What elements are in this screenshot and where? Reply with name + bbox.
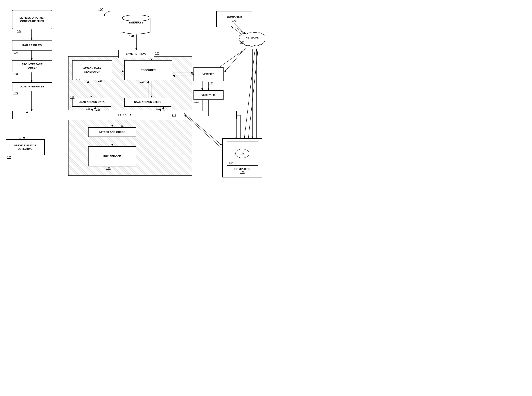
diagram: 100 IDL FILES OR OTHER CONFIGURE FILES 1…: [0, 0, 266, 198]
save-retrieve-label: SAVE/RETRIEVE: [126, 52, 147, 56]
rpc-service-ref: 140: [106, 167, 111, 170]
database-svg: [120, 13, 152, 35]
recorder-ref: 120: [140, 80, 145, 83]
rpc-service-box: RPC SERVICE: [88, 146, 136, 166]
monitor-stand: [77, 79, 80, 80]
service-status-box: SERVICE STATUS DETECTIVE: [6, 139, 45, 155]
attack-and-check-box: ATTACK AND CHECK: [88, 127, 136, 137]
ref-115: 115: [96, 108, 101, 111]
fuzzer-ref: 112: [172, 114, 176, 117]
fuzzer-box: FUZZER 112: [12, 111, 237, 119]
rpc-parser-label: RPC INTERFACE PARSER: [22, 63, 43, 70]
attack-data-gen-ref: 116: [98, 79, 102, 82]
save-attack-steps-label: SAVE ATTACK STEPS: [134, 100, 161, 104]
attack-data-gen-label: ATTACK DATA GENERATOR: [83, 67, 101, 74]
idl-files-box: IDL FILES OR OTHER CONFIGURE FILES: [12, 10, 52, 29]
verify-fix-label: VERIFY FIX: [202, 93, 216, 97]
recorder-box: RECORDER: [124, 60, 172, 80]
computer-150-inner: 152 154: [227, 142, 258, 166]
service-status-ref: 128: [7, 156, 11, 159]
idl-files-ref: 104: [17, 30, 22, 33]
fuzzer-label: FUZZER: [118, 113, 131, 117]
database-container: DATABASE: [120, 13, 152, 36]
save-retrieve-ref: 123: [155, 52, 159, 55]
network-label: NETWORK: [238, 36, 266, 39]
load-attack-data-box: LOAD ATTACK DATA: [72, 98, 111, 107]
verify-fix-box: VERIFY FIX: [193, 90, 224, 100]
network-container: NETWORK 160: [238, 31, 266, 52]
save-attack-steps-box: SAVE ATTACK STEPS: [124, 98, 171, 107]
parse-files-box: PARSE FILES: [12, 40, 52, 51]
verifier-ref: 132: [208, 82, 213, 85]
ref-100-arrow: [102, 10, 114, 18]
attack-and-check-label: ATTACK AND CHECK: [99, 131, 126, 134]
computer-150-ref: 150: [240, 171, 244, 174]
parse-files-ref: 105: [13, 51, 18, 54]
recorder-label: RECORDER: [141, 69, 156, 72]
oval-ref: 154: [240, 152, 244, 155]
attack-and-check-ref: 139: [119, 125, 124, 128]
verifier-box: VERIFIER: [193, 67, 224, 81]
rpc-parser-ref: 108: [13, 73, 18, 76]
computer-170-ref: 170: [232, 19, 237, 23]
load-attack-data-ref: 138: [86, 107, 91, 110]
monitor-icon: [74, 72, 82, 78]
rpc-service-label: RPC SERVICE: [103, 155, 121, 158]
load-interfaces-ref: 109: [13, 92, 18, 95]
save-retrieve-box: SAVE/RETRIEVE: [118, 50, 154, 58]
load-interfaces-label: LOAD INTERFACES: [20, 85, 45, 88]
database-ref: 124: [129, 35, 134, 37]
computer-150-box: 152 154 COMPUTER 150: [222, 138, 262, 177]
database-label: DATABASE: [120, 21, 152, 24]
idl-files-label: IDL FILES OR OTHER CONFIGURE FILES: [19, 16, 45, 23]
verify-fix-ref: 131: [194, 100, 199, 103]
verifier-label: VERIFIER: [203, 73, 215, 76]
inner-ref: 152: [229, 162, 233, 165]
ref-118: 118: [70, 96, 74, 99]
computer-150-label: COMPUTER: [234, 167, 250, 171]
load-interfaces-box: LOAD INTERFACES: [12, 82, 52, 91]
rpc-parser-box: RPC INTERFACE PARSER: [12, 60, 52, 72]
svg-point-35: [122, 15, 150, 21]
computer-170-box: COMPUTER 170: [216, 11, 252, 27]
service-status-label: SERVICE STATUS DETECTIVE: [14, 144, 36, 151]
save-attack-steps-ref: 121: [156, 107, 161, 110]
oval-154: 154: [235, 149, 249, 158]
parse-files-label: PARSE FILES: [22, 43, 42, 47]
network-ref: 160: [240, 41, 244, 44]
load-attack-data-label: LOAD ATTACK DATA: [79, 100, 105, 104]
computer-170-label: COMPUTER: [227, 15, 242, 19]
